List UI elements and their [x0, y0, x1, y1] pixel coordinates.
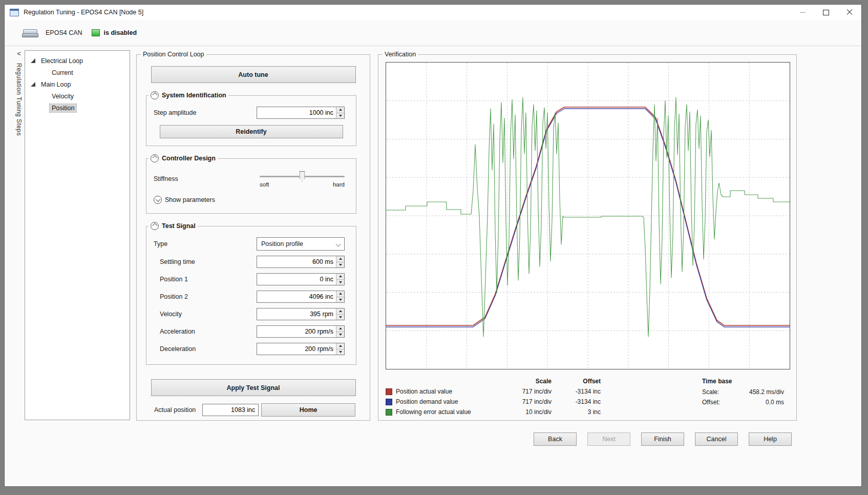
spin-up-button[interactable]: [336, 256, 344, 262]
type-selected-value: Position profile: [261, 240, 303, 248]
spin-down-button[interactable]: [336, 332, 344, 338]
stiffness-row: Stiffness soft hard: [154, 170, 345, 188]
time-base-title: Time base: [702, 378, 784, 385]
tree-expander-icon[interactable]: [31, 82, 35, 87]
field-label: Velocity: [160, 311, 182, 318]
legend-series-label: Position demand value: [396, 398, 504, 405]
tree-expander-icon[interactable]: [31, 58, 35, 63]
type-select[interactable]: Position profile: [257, 237, 345, 251]
show-parameters-label: Show parameters: [165, 196, 215, 203]
position-2-input[interactable]: [257, 291, 336, 302]
step-amplitude-label: Step amplitude: [154, 109, 196, 116]
close-button[interactable]: [838, 5, 861, 20]
spin-down-button[interactable]: [336, 262, 344, 268]
tuning-steps-tree: Electrical LoopCurrentMain LoopVelocityP…: [25, 50, 130, 420]
legend-swatch-icon: [386, 409, 392, 416]
tree-item-label: Main Loop: [39, 80, 73, 89]
field-label: Deceleration: [160, 345, 196, 353]
legend-offset-value: 3 inc: [552, 408, 601, 416]
collapse-system-identification-icon[interactable]: [151, 91, 159, 99]
tree-item-label: Electrical Loop: [39, 57, 85, 65]
collapse-panel-button[interactable]: <: [17, 50, 21, 58]
show-parameters-row[interactable]: Show parameters: [154, 196, 345, 204]
settling-time-input[interactable]: [257, 256, 336, 267]
spin-down-button[interactable]: [336, 297, 344, 303]
tree-item-electrical-loop[interactable]: Electrical Loop: [25, 55, 130, 67]
position-control-loop-group: Position Control Loop Auto tune System I…: [136, 51, 370, 421]
time-base-block: Time base Scale: 458.2 ms/div Offset: 0.…: [702, 378, 784, 409]
legend-scale-value: 10 inc/div: [504, 408, 552, 416]
spin-down-button[interactable]: [336, 349, 344, 355]
legend-offset-header: Offset: [552, 378, 601, 385]
field-stepper: [257, 256, 345, 268]
device-name: EPOS4 CAN: [46, 29, 82, 36]
spin-up-button[interactable]: [336, 308, 344, 314]
collapse-controller-design-icon[interactable]: [151, 154, 159, 162]
spin-down-button[interactable]: [336, 113, 344, 119]
tree-item-velocity[interactable]: Velocity: [25, 90, 130, 102]
spin-arrows: [336, 291, 344, 302]
spin-up-button[interactable]: [336, 107, 344, 113]
slider-thumb[interactable]: [300, 171, 305, 182]
step-amplitude-row: Step amplitude: [154, 107, 345, 119]
tree-item-label: Velocity: [50, 92, 76, 100]
apply-test-signal-button[interactable]: Apply Test Signal: [151, 379, 356, 396]
spin-down-button[interactable]: [336, 279, 344, 285]
legend-offset-value: -3134 inc: [552, 398, 601, 405]
actual-position-row: Actual position Home: [154, 403, 355, 417]
back-button[interactable]: Back: [534, 432, 577, 446]
deceleration-input[interactable]: [257, 343, 336, 355]
maximize-button[interactable]: [814, 5, 838, 20]
device-header: EPOS4 CAN is disabled: [5, 20, 861, 46]
time-base-offset-label: Offset:: [702, 399, 720, 406]
verification-chart: [386, 62, 790, 369]
help-button[interactable]: Help: [749, 432, 792, 446]
cancel-button[interactable]: Cancel: [695, 432, 738, 446]
time-base-offset-value: 0.0 ms: [766, 399, 784, 406]
slider-track[interactable]: [260, 176, 345, 177]
actual-position-label: Actual position: [154, 406, 196, 414]
maximize-icon: [823, 10, 829, 15]
device-status: is disabled: [104, 29, 137, 36]
finish-button[interactable]: Finish: [641, 432, 684, 446]
reidentify-button[interactable]: Reidentify: [160, 125, 343, 138]
actual-position-input[interactable]: [202, 404, 259, 416]
tree-item-main-loop[interactable]: Main Loop: [25, 78, 130, 90]
titlebar: Regulation Tuning - EPOS4 CAN [Node 5]: [5, 5, 861, 20]
chevron-up-icon: [152, 155, 157, 160]
legend-scale-header: Scale: [504, 378, 552, 385]
spin-down-button[interactable]: [336, 314, 344, 320]
tree-item-current[interactable]: Current: [25, 67, 130, 78]
footer-buttons: BackNextFinishCancelHelp: [534, 432, 792, 446]
spin-arrows: [336, 308, 344, 320]
spin-up-button[interactable]: [336, 326, 344, 332]
field-row-acceleration: Acceleration: [160, 325, 345, 338]
tree-item-position[interactable]: Position: [25, 102, 130, 114]
type-row: Type Position profile: [154, 237, 345, 251]
show-parameters-expander-icon[interactable]: [154, 196, 162, 204]
next-button[interactable]: Next: [587, 432, 630, 446]
legend-offset-value: -3134 inc: [552, 388, 601, 395]
collapse-test-signal-icon[interactable]: [151, 222, 159, 230]
spin-up-button[interactable]: [336, 291, 344, 297]
controller-design-section: Controller Design Stiffness soft hard: [146, 154, 356, 214]
verification-title: Verification: [383, 51, 418, 58]
legend-series-label: Position actual value: [396, 388, 504, 395]
field-stepper: [257, 308, 345, 320]
acceleration-input[interactable]: [257, 326, 336, 337]
field-row-settling-time: Settling time: [160, 256, 345, 268]
auto-tune-button[interactable]: Auto tune: [151, 66, 356, 83]
chart-legend-area: ScaleOffsetPosition actual value717 inc/…: [386, 378, 796, 423]
spin-up-button[interactable]: [336, 343, 344, 349]
controller-design-title: Controller Design: [162, 155, 216, 162]
field-row-position-2: Position 2: [160, 291, 345, 303]
step-amplitude-input[interactable]: [257, 107, 336, 118]
time-base-scale-label: Scale:: [702, 388, 719, 396]
position-1-input[interactable]: [257, 274, 336, 285]
home-button[interactable]: Home: [261, 403, 355, 417]
field-stepper: [257, 343, 345, 355]
velocity-input[interactable]: [257, 308, 336, 320]
spin-up-button[interactable]: [336, 274, 344, 279]
field-row-position-1: Position 1: [160, 273, 345, 285]
minimize-button[interactable]: [791, 5, 814, 20]
